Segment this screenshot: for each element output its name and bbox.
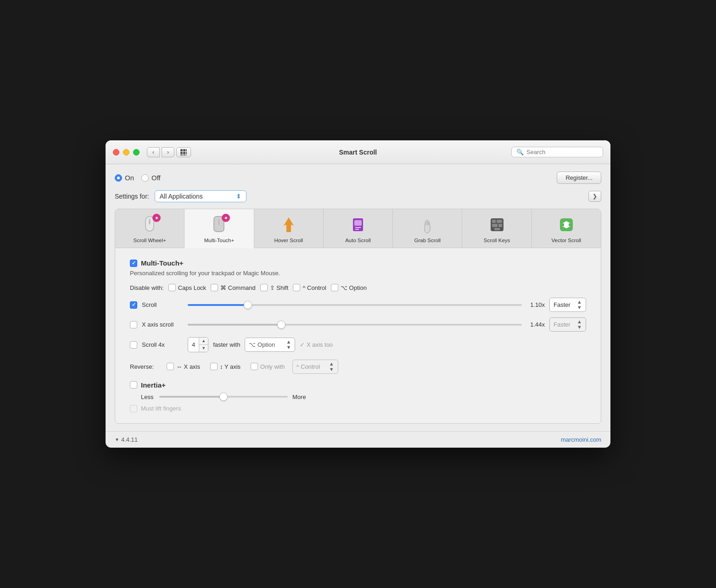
lift-row: Must lift fingers: [130, 405, 586, 412]
tab-scroll-wheel-label: Scroll Wheel+: [134, 238, 166, 243]
register-button[interactable]: Register...: [557, 172, 601, 184]
x-axis-too-group: ✓ X axis too: [300, 341, 333, 348]
modifier-command-checkbox[interactable]: [211, 284, 218, 291]
scroll4x-arrows: ▲ ▼: [199, 338, 208, 351]
scroll-slider[interactable]: [188, 304, 522, 306]
tab-grab-scroll[interactable]: Grab Scroll: [393, 209, 462, 248]
inertia-slider-row: Less More: [141, 394, 586, 400]
close-button[interactable]: [113, 149, 119, 155]
tab-hover-scroll-label: Hover Scroll: [274, 238, 303, 243]
reverse-y-axis-label: ↕ Y axis: [220, 363, 241, 370]
modifier-shift[interactable]: ⇧ Shift: [260, 284, 289, 291]
tab-panel: ✦ Scroll Wheel+ ✦ Multi-Touch+: [115, 209, 601, 423]
hover-scroll-icon: [279, 215, 299, 235]
reverse-x-axis-checkbox[interactable]: [167, 363, 174, 370]
reverse-label: Reverse:: [130, 363, 162, 370]
scroll-checkbox[interactable]: [130, 301, 137, 309]
option-select-arrows[interactable]: ▲ ▼: [286, 339, 291, 350]
x-axis-scroll-checkbox[interactable]: [130, 321, 137, 328]
scroll4x-up[interactable]: ▲: [199, 338, 208, 345]
scroll4x-down[interactable]: ▼: [199, 345, 208, 352]
multitouch-enable-checkbox[interactable]: [130, 260, 137, 267]
lift-label: Must lift fingers: [141, 405, 181, 412]
radio-off-circle[interactable]: [141, 174, 149, 182]
x-axis-speed-arrows[interactable]: ▲ ▼: [577, 319, 582, 330]
modifier-command[interactable]: ⌘ Command: [211, 284, 256, 291]
x-axis-speed-select[interactable]: Faster ▲ ▼: [549, 317, 586, 332]
minimize-button[interactable]: [123, 149, 129, 155]
reverse-y-axis-checkbox[interactable]: [210, 363, 218, 370]
radio-off-label: Off: [151, 174, 161, 182]
svg-point-11: [149, 220, 151, 223]
scroll-speed-select[interactable]: Faster ▲ ▼: [549, 298, 586, 312]
svg-rect-25: [492, 224, 498, 227]
scroll4x-stepper[interactable]: 4 ▲ ▼: [188, 337, 208, 352]
tab-scroll-keys[interactable]: Scroll Keys: [462, 209, 531, 248]
scroll-speed-value: Faster: [554, 301, 574, 308]
svg-rect-26: [498, 224, 502, 227]
inertia-more-label: More: [292, 394, 306, 400]
svg-rect-19: [425, 221, 426, 225]
search-icon: 🔍: [516, 149, 524, 155]
multi-touch-icon: ✦: [209, 215, 229, 235]
svg-rect-6: [180, 155, 183, 155]
inertia-slider[interactable]: [159, 396, 288, 398]
modifier-option[interactable]: ⌥ Option: [331, 284, 367, 291]
control-select[interactable]: ^ Control ▲ ▼: [292, 360, 338, 374]
modifier-control-checkbox[interactable]: [293, 284, 300, 291]
x-axis-scroll-slider[interactable]: [188, 324, 522, 326]
modifier-shift-checkbox[interactable]: [260, 284, 268, 291]
tab-scroll-wheel[interactable]: ✦ Scroll Wheel+: [115, 209, 185, 248]
search-input[interactable]: [526, 149, 598, 155]
modifier-option-label: ⌥ Option: [341, 284, 367, 291]
x-axis-speed-value: Faster: [554, 321, 574, 328]
version-number: 4.4.11: [121, 436, 138, 443]
option-select[interactable]: ⌥ Option ▲ ▼: [245, 338, 295, 352]
modifier-caps-lock[interactable]: Caps Lock: [168, 284, 206, 291]
multitouch-enable-row: Multi-Touch+: [130, 259, 586, 267]
grid-button[interactable]: [176, 147, 191, 157]
tabs-bar: ✦ Scroll Wheel+ ✦ Multi-Touch+: [115, 209, 601, 248]
reverse-only-with-checkbox[interactable]: [251, 363, 258, 370]
back-button[interactable]: ‹: [147, 147, 160, 157]
scroll-speed-arrows[interactable]: ▲ ▼: [577, 300, 582, 310]
search-box[interactable]: 🔍: [511, 147, 603, 157]
settings-chevron-button[interactable]: ❯: [588, 191, 601, 202]
settings-for-row: Settings for: All Applications ⬍ ❯: [115, 190, 601, 202]
modifier-command-label: ⌘ Command: [220, 284, 256, 291]
radio-on[interactable]: On: [115, 174, 134, 182]
titlebar: ‹ › Smart Scroll 🔍: [106, 140, 610, 164]
tab-hover-scroll[interactable]: Hover Scroll: [254, 209, 324, 248]
svg-rect-8: [186, 155, 187, 155]
modifier-caps-lock-checkbox[interactable]: [168, 284, 176, 291]
app-select-arrow-icon: ⬍: [236, 193, 241, 200]
tab-auto-scroll[interactable]: Auto Scroll: [324, 209, 393, 248]
control-select-text: ^ Control: [296, 363, 326, 370]
lift-checkbox: [130, 405, 137, 412]
radio-on-circle[interactable]: [115, 174, 122, 182]
reverse-x-axis[interactable]: ↔ X axis: [167, 363, 200, 370]
tab-vector-scroll[interactable]: Vector Scroll: [532, 209, 601, 248]
x-axis-scroll-row: X axis scroll 1.44x Faster ▲ ▼: [130, 317, 586, 332]
tab-multi-touch[interactable]: ✦ Multi-Touch+: [185, 209, 254, 248]
svg-rect-20: [427, 221, 428, 225]
modifier-control[interactable]: ^ Control: [293, 284, 326, 291]
scroll4x-row: Scroll 4x 4 ▲ ▼ faster with ⌥ Option ▲: [130, 337, 586, 352]
modifier-option-checkbox[interactable]: [331, 284, 338, 291]
control-select-arrows[interactable]: ▲ ▼: [329, 361, 334, 372]
radio-off[interactable]: Off: [141, 174, 161, 182]
app-select-dropdown[interactable]: All Applications ⬍: [155, 190, 246, 202]
auto-scroll-icon: [348, 215, 368, 235]
scroll4x-checkbox[interactable]: [130, 341, 137, 349]
website-link[interactable]: marcmoini.com: [561, 436, 601, 443]
disable-with-label: Disable with:: [130, 284, 164, 291]
grab-scroll-icon: [417, 215, 437, 235]
maximize-button[interactable]: [133, 149, 140, 155]
forward-button[interactable]: ›: [162, 147, 174, 157]
multitouch-content: Multi-Touch+ Personalized scrolling for …: [115, 248, 601, 423]
reverse-y-axis[interactable]: ↕ Y axis: [210, 363, 241, 370]
tab-scroll-keys-label: Scroll Keys: [484, 238, 510, 243]
svg-rect-5: [186, 152, 187, 154]
inertia-checkbox[interactable]: [130, 381, 137, 388]
reverse-x-axis-label: ↔ X axis: [176, 363, 200, 370]
